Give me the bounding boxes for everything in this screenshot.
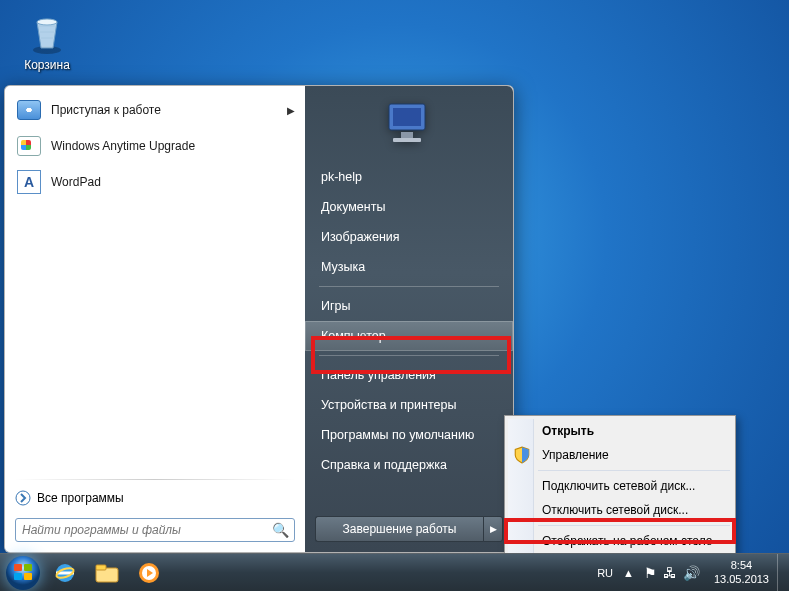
svg-rect-11 <box>24 573 32 580</box>
user-folders-list: pk-help Документы Изображения Музыка Игр… <box>305 162 513 510</box>
svg-rect-4 <box>393 108 421 126</box>
search-input[interactable] <box>15 518 295 542</box>
svg-point-2 <box>16 491 30 505</box>
svg-rect-6 <box>393 138 421 142</box>
svg-rect-8 <box>14 564 22 571</box>
tray-overflow-icon[interactable]: ▲ <box>619 567 638 579</box>
recycle-bin-icon <box>23 8 71 56</box>
recycle-bin-label: Корзина <box>12 58 82 72</box>
separator <box>319 286 499 287</box>
desktop-icon-recycle-bin[interactable]: Корзина <box>12 8 82 72</box>
program-item-anytime-upgrade[interactable]: Windows Anytime Upgrade <box>9 128 301 164</box>
search-box: 🔍 <box>15 518 295 542</box>
taskbar-explorer[interactable] <box>87 558 127 588</box>
right-item-user[interactable]: pk-help <box>305 162 513 192</box>
svg-point-1 <box>37 19 57 25</box>
ctx-item-manage[interactable]: Управление <box>508 443 732 467</box>
clock-date: 13.05.2013 <box>714 573 769 586</box>
right-item-music[interactable]: Музыка <box>305 252 513 282</box>
wordpad-icon: A <box>15 168 43 196</box>
taskbar: RU ▲ ⚑ 🖧 🔊 8:54 13.05.2013 <box>0 553 789 591</box>
all-programs-label: Все программы <box>37 491 124 505</box>
ctx-item-map-drive[interactable]: Подключить сетевой диск... <box>508 474 732 498</box>
shield-icon <box>513 446 531 464</box>
network-icon[interactable]: 🖧 <box>663 565 677 581</box>
start-menu: Приступая к работе ▶ Windows Anytime Upg… <box>4 85 514 553</box>
program-label: Приступая к работе <box>51 103 161 117</box>
shutdown-button[interactable]: Завершение работы <box>315 516 483 542</box>
language-indicator[interactable]: RU <box>591 567 619 579</box>
separator <box>538 470 730 471</box>
all-programs-button[interactable]: Все программы <box>5 484 305 512</box>
clock-time: 8:54 <box>714 559 769 572</box>
separator <box>538 525 730 526</box>
right-item-control-panel[interactable]: Панель управления <box>305 360 513 390</box>
start-menu-right-pane: pk-help Документы Изображения Музыка Игр… <box>305 86 513 552</box>
show-desktop-button[interactable] <box>777 554 787 592</box>
right-item-help[interactable]: Справка и поддержка <box>305 450 513 480</box>
taskbar-ie[interactable] <box>45 558 85 588</box>
svg-rect-10 <box>14 573 22 580</box>
ctx-item-unmap-drive[interactable]: Отключить сетевой диск... <box>508 498 732 522</box>
anytime-upgrade-icon <box>15 132 43 160</box>
program-item-getting-started[interactable]: Приступая к работе ▶ <box>9 92 301 128</box>
arrow-right-icon <box>15 490 31 506</box>
right-item-default-programs[interactable]: Программы по умолчанию <box>305 420 513 450</box>
program-item-wordpad[interactable]: A WordPad <box>9 164 301 200</box>
svg-point-7 <box>6 556 40 590</box>
ctx-item-open[interactable]: Открыть <box>508 419 732 443</box>
volume-icon[interactable]: 🔊 <box>683 565 700 581</box>
clock[interactable]: 8:54 13.05.2013 <box>706 559 777 585</box>
right-item-pictures[interactable]: Изображения <box>305 222 513 252</box>
system-tray: RU ▲ ⚑ 🖧 🔊 8:54 13.05.2013 <box>591 554 787 592</box>
start-menu-left-pane: Приступая к работе ▶ Windows Anytime Upg… <box>5 86 305 552</box>
right-item-games[interactable]: Игры <box>305 291 513 321</box>
getting-started-icon <box>15 96 43 124</box>
search-icon: 🔍 <box>272 522 289 538</box>
shutdown-options-arrow[interactable]: ▶ <box>483 516 503 542</box>
start-button[interactable] <box>2 554 44 592</box>
right-item-devices[interactable]: Устройства и принтеры <box>305 390 513 420</box>
separator <box>319 355 499 356</box>
shutdown-group: Завершение работы ▶ <box>315 516 503 542</box>
action-center-icon[interactable]: ⚑ <box>644 565 657 581</box>
separator <box>15 479 295 480</box>
ctx-label: Управление <box>542 448 609 462</box>
user-picture-icon[interactable] <box>374 96 444 150</box>
pinned-programs-list: Приступая к работе ▶ Windows Anytime Upg… <box>5 86 305 475</box>
svg-rect-15 <box>96 565 106 570</box>
taskbar-wmplayer[interactable] <box>129 558 169 588</box>
submenu-arrow-icon: ▶ <box>287 105 295 116</box>
svg-rect-5 <box>401 132 413 138</box>
program-label: WordPad <box>51 175 101 189</box>
program-label: Windows Anytime Upgrade <box>51 139 195 153</box>
ctx-item-show-on-desktop[interactable]: Отображать на рабочем столе <box>508 529 732 553</box>
right-item-computer[interactable]: Компьютер <box>305 321 513 351</box>
svg-rect-9 <box>24 564 32 571</box>
right-item-documents[interactable]: Документы <box>305 192 513 222</box>
